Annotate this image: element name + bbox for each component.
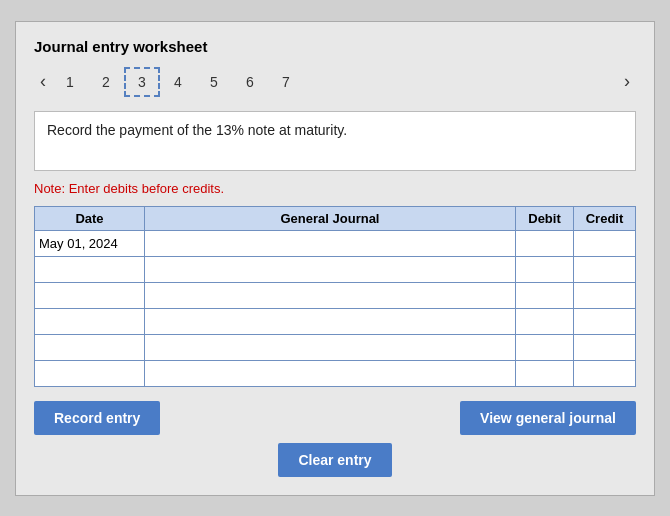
buttons-area: Record entry View general journal Clear … — [34, 401, 636, 477]
credit-cell-5[interactable] — [574, 334, 636, 360]
general-cell-5[interactable] — [145, 334, 516, 360]
table-row: May 01, 2024 — [35, 230, 636, 256]
debit-input-4[interactable] — [520, 311, 569, 332]
credit-input-5[interactable] — [578, 337, 631, 358]
credit-cell-2[interactable] — [574, 256, 636, 282]
general-cell-6[interactable] — [145, 360, 516, 386]
debit-input-3[interactable] — [520, 285, 569, 306]
debit-cell-2[interactable] — [516, 256, 574, 282]
general-cell-4[interactable] — [145, 308, 516, 334]
table-row — [35, 282, 636, 308]
table-row — [35, 308, 636, 334]
tab-2[interactable]: 2 — [88, 67, 124, 97]
journal-table: Date General Journal Debit Credit May 01… — [34, 206, 636, 387]
date-input-2[interactable] — [39, 259, 140, 280]
instruction-box: Record the payment of the 13% note at ma… — [34, 111, 636, 171]
instruction-text: Record the payment of the 13% note at ma… — [47, 122, 347, 138]
view-general-journal-button[interactable]: View general journal — [460, 401, 636, 435]
date-cell-4[interactable] — [35, 308, 145, 334]
debit-input-6[interactable] — [520, 363, 569, 384]
general-input-5[interactable] — [149, 337, 511, 358]
credit-input-2[interactable] — [578, 259, 631, 280]
header-credit: Credit — [574, 206, 636, 230]
header-debit: Debit — [516, 206, 574, 230]
clear-entry-button[interactable]: Clear entry — [278, 443, 391, 477]
date-cell-5[interactable] — [35, 334, 145, 360]
date-input-3[interactable] — [39, 285, 140, 306]
header-date: Date — [35, 206, 145, 230]
general-cell-1[interactable] — [145, 230, 516, 256]
next-arrow[interactable]: › — [618, 69, 636, 94]
header-general-journal: General Journal — [145, 206, 516, 230]
general-input-1[interactable] — [149, 233, 511, 254]
tab-4[interactable]: 4 — [160, 67, 196, 97]
credit-cell-6[interactable] — [574, 360, 636, 386]
tab-5[interactable]: 5 — [196, 67, 232, 97]
journal-entry-worksheet: Journal entry worksheet ‹ 1 2 3 4 5 6 7 … — [15, 21, 655, 496]
note-text: Note: Enter debits before credits. — [34, 181, 636, 196]
tab-3[interactable]: 3 — [124, 67, 160, 97]
credit-input-6[interactable] — [578, 363, 631, 384]
debit-cell-3[interactable] — [516, 282, 574, 308]
date-cell-3[interactable] — [35, 282, 145, 308]
general-cell-3[interactable] — [145, 282, 516, 308]
tab-7[interactable]: 7 — [268, 67, 304, 97]
date-cell-1: May 01, 2024 — [35, 230, 145, 256]
debit-cell-4[interactable] — [516, 308, 574, 334]
table-row — [35, 360, 636, 386]
credit-cell-4[interactable] — [574, 308, 636, 334]
debit-cell-6[interactable] — [516, 360, 574, 386]
top-buttons: Record entry View general journal — [34, 401, 636, 435]
table-row — [35, 256, 636, 282]
debit-input-1[interactable] — [520, 233, 569, 254]
debit-input-2[interactable] — [520, 259, 569, 280]
general-input-6[interactable] — [149, 363, 511, 384]
record-entry-button[interactable]: Record entry — [34, 401, 160, 435]
credit-input-3[interactable] — [578, 285, 631, 306]
date-cell-6[interactable] — [35, 360, 145, 386]
credit-input-4[interactable] — [578, 311, 631, 332]
general-input-4[interactable] — [149, 311, 511, 332]
center-buttons: Clear entry — [34, 443, 636, 477]
credit-cell-3[interactable] — [574, 282, 636, 308]
credit-cell-1[interactable] — [574, 230, 636, 256]
table-row — [35, 334, 636, 360]
page-title: Journal entry worksheet — [34, 38, 636, 55]
general-input-2[interactable] — [149, 259, 511, 280]
general-cell-2[interactable] — [145, 256, 516, 282]
prev-arrow[interactable]: ‹ — [34, 69, 52, 94]
debit-input-5[interactable] — [520, 337, 569, 358]
date-input-6[interactable] — [39, 363, 140, 384]
date-cell-2[interactable] — [35, 256, 145, 282]
tab-1[interactable]: 1 — [52, 67, 88, 97]
date-input-5[interactable] — [39, 337, 140, 358]
tab-6[interactable]: 6 — [232, 67, 268, 97]
general-input-3[interactable] — [149, 285, 511, 306]
credit-input-1[interactable] — [578, 233, 631, 254]
debit-cell-1[interactable] — [516, 230, 574, 256]
debit-cell-5[interactable] — [516, 334, 574, 360]
tabs-navigation: ‹ 1 2 3 4 5 6 7 › — [34, 67, 636, 97]
date-input-4[interactable] — [39, 311, 140, 332]
